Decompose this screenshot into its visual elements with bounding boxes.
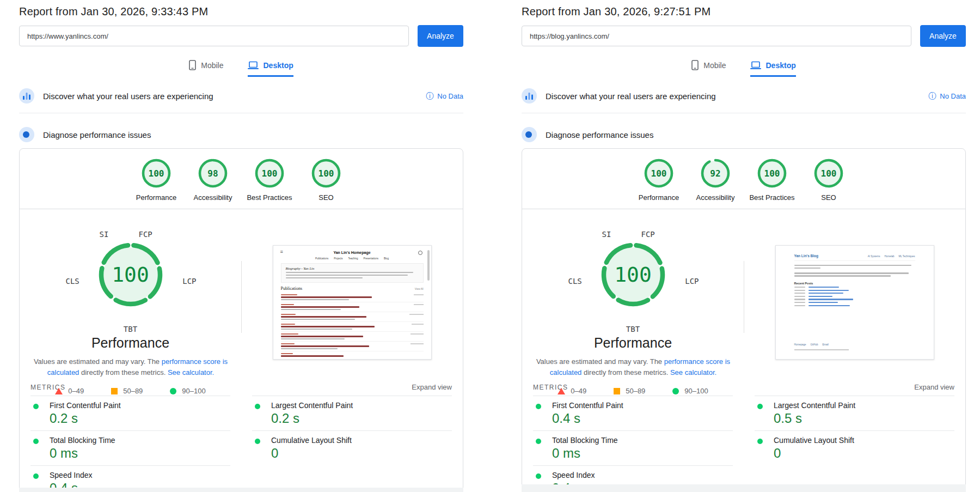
thumb-theme-icon [418, 251, 422, 255]
tab-desktop[interactable]: Desktop [750, 60, 796, 77]
metric-fcp: First Contentful Paint 0.2 s [30, 396, 230, 430]
analyze-button[interactable]: Analyze [920, 25, 966, 47]
desktop-icon [248, 61, 259, 70]
gauge-mark-tbt: TBT [571, 325, 696, 333]
thumb-recent-posts-heading: Recent Posts [794, 282, 915, 285]
lab-section-title: Diagnose performance issues [546, 130, 653, 139]
analyze-button[interactable]: Analyze [418, 25, 463, 47]
legend-range: 90–100 [684, 387, 708, 395]
report-card: 100 Performance 98 Accessibility [19, 148, 463, 492]
tab-mobile[interactable]: Mobile [189, 60, 223, 77]
score-accessibility[interactable]: 98 Accessibility [187, 158, 239, 202]
tab-desktop-label: Desktop [766, 61, 796, 70]
url-input[interactable] [522, 26, 911, 46]
thumb-site-title: Yan Lin's Blog [794, 254, 819, 258]
legend-range: 90–100 [182, 387, 205, 395]
thumb-post-row [794, 293, 915, 294]
score-performance[interactable]: 100 Performance [633, 158, 685, 202]
thumb-post-row [794, 299, 915, 300]
tab-desktop[interactable]: Desktop [248, 60, 293, 77]
see-calculator-link[interactable]: See calculator. [670, 368, 716, 376]
gauge-mark-cls: CLS [66, 277, 79, 286]
thumb-nav-item: AI Systems [868, 255, 880, 258]
metric-name: First Contentful Paint [552, 401, 733, 410]
legend-range: 50–89 [123, 387, 143, 395]
device-tabs: Mobile Desktop [522, 60, 966, 77]
pass-dot-icon [255, 404, 260, 409]
report-card: 100 Performance 92 Accessibility [522, 148, 966, 492]
disclaimer-text: directly from these metrics. [79, 368, 168, 376]
page-screenshot-thumbnail[interactable]: ≡ Yan Lin's Homepage Publications Projec… [273, 245, 432, 360]
score-seo[interactable]: 100 SEO [300, 158, 352, 202]
score-label: Best Practices [749, 193, 794, 202]
thumb-nav-item: Publications [315, 257, 328, 260]
score-label: Performance [639, 193, 679, 202]
no-data-label: No Data [437, 92, 463, 100]
thumb-publication-entry [281, 312, 424, 320]
score-label: Best Practices [247, 193, 292, 202]
metric-value: 0.5 s [774, 411, 954, 426]
no-data-status[interactable]: ⓘ No Data [426, 92, 463, 100]
thumb-publications-heading: Publications [281, 286, 303, 291]
score-best-practices[interactable]: 100 Best Practices [243, 158, 296, 202]
metric-name: First Contentful Paint [50, 401, 230, 410]
thumb-publication-entry [281, 341, 424, 349]
thumb-biography-box: Biography - Yan Lin [281, 263, 424, 283]
see-calculator-link[interactable]: See calculator. [168, 368, 214, 376]
metric-name: Largest Contentful Paint [271, 401, 452, 410]
page-screenshot-thumbnail[interactable]: Yan Lin's Blog AI Systems Homelab ML Tec… [775, 245, 934, 360]
scroll-strip [522, 484, 966, 492]
expand-view-button[interactable]: Expand view [412, 383, 452, 391]
gauge-mark-si: SI [100, 230, 109, 239]
fail-triangle-icon [558, 388, 565, 394]
mobile-icon [189, 60, 196, 70]
lab-data-section: Diagnose performance issues [19, 127, 463, 142]
score-accessibility[interactable]: 92 Accessibility [689, 158, 742, 202]
score-value: 98 [198, 158, 228, 189]
tab-desktop-label: Desktop [264, 61, 293, 70]
score-legend: 0–49 50–89 90–100 [20, 387, 241, 395]
url-input[interactable] [19, 26, 409, 46]
gauge-score: 100 [98, 242, 163, 307]
thumb-copyright [794, 349, 849, 350]
pass-dot-icon [33, 439, 39, 444]
performance-gauge-section: SI FCP CLS LCP TBT 100 Performance Value… [20, 209, 463, 377]
legend-range: 0–49 [68, 387, 84, 395]
expand-view-button[interactable]: Expand view [914, 383, 954, 391]
performance-gauge-section: SI FCP CLS LCP TBT 100 Performance Value… [522, 209, 965, 377]
score-label: Accessibility [194, 193, 232, 202]
legend-range: 0–49 [571, 387, 586, 395]
thumb-publication-entry [281, 331, 424, 339]
thumb-nav-item: Homelab [884, 255, 894, 258]
score-seo[interactable]: 100 SEO [803, 158, 855, 202]
metric-value: 0 ms [552, 446, 733, 460]
gauge-mark-si: SI [602, 230, 611, 239]
scroll-strip [19, 488, 463, 492]
metric-value: 0 [774, 446, 954, 460]
score-performance[interactable]: 100 Performance [130, 158, 182, 202]
thumb-bio-heading: Biography - Yan Lin [286, 266, 419, 270]
thumb-publication-entry [281, 302, 424, 310]
no-data-status[interactable]: ⓘ No Data [928, 92, 966, 100]
diagnose-icon [19, 127, 34, 142]
thumb-publication-entry [281, 351, 424, 357]
performance-gauge: SI FCP CLS LCP TBT 100 Performance [571, 230, 696, 354]
field-section-title: Discover what your real users are experi… [546, 92, 716, 101]
metric-name: Cumulative Layout Shift [774, 436, 954, 445]
gauge-mark-fcp: FCP [139, 230, 152, 239]
score-disclaimer: Values are estimated and may vary. The p… [522, 356, 744, 378]
thumb-post-row [794, 305, 915, 306]
gauge-mark-fcp: FCP [641, 230, 655, 239]
tab-mobile[interactable]: Mobile [691, 60, 726, 77]
info-icon: ⓘ [426, 92, 433, 100]
thumb-post-row [794, 287, 915, 288]
pass-dot-icon [536, 439, 541, 444]
device-tabs: Mobile Desktop [19, 60, 463, 77]
page-title: Report from Jan 30, 2026, 9:27:51 PM [522, 5, 966, 18]
gauge-mark-cls: CLS [568, 277, 582, 286]
metric-value: 0.4 s [552, 411, 733, 426]
disclaimer-text: Values are estimated and may vary. The [536, 357, 664, 366]
metric-value: 0.2 s [50, 411, 230, 426]
score-legend: 0–49 50–89 90–100 [522, 387, 744, 395]
score-best-practices[interactable]: 100 Best Practices [746, 158, 798, 202]
